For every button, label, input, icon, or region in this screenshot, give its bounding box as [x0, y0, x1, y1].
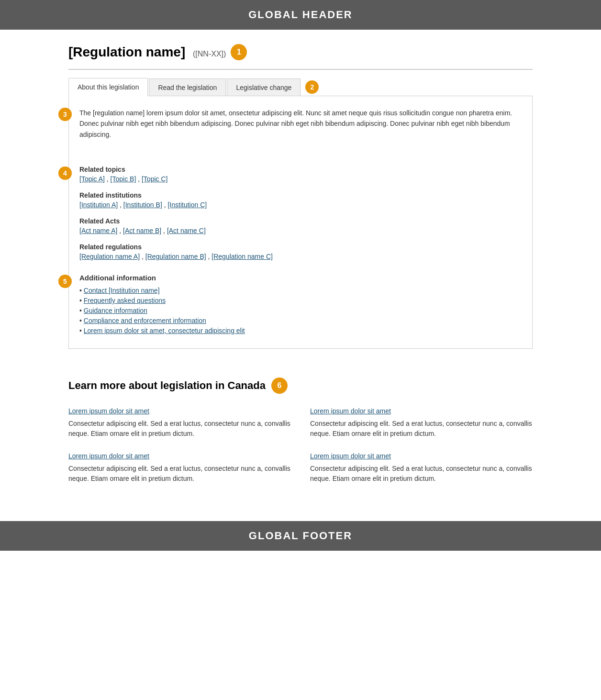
learn-more-link-3[interactable]: Lorem ipsum dolor sit amet — [310, 407, 533, 415]
additional-heading: Additional information — [79, 274, 519, 282]
guidance-link[interactable]: Guidance information — [84, 307, 147, 314]
related-regulations: Related regulations [Regulation name A] … — [79, 243, 519, 260]
badge-1: 1 — [231, 44, 247, 60]
badge-2: 2 — [305, 80, 319, 94]
regulation-b-link[interactable]: [Regulation name B] — [145, 253, 206, 260]
intro-section: 3 The [regulation name] lorem ipsum dolo… — [82, 108, 519, 153]
tab-read[interactable]: Read the legislation — [149, 78, 226, 96]
badge-6: 6 — [271, 378, 288, 394]
contact-link[interactable]: Contact [Institution name] — [84, 287, 160, 294]
tabs-row: About this legislation Read the legislat… — [68, 78, 533, 96]
act-b-link[interactable]: [Act name B] — [123, 227, 161, 234]
footer-arrow-down-icon — [290, 550, 311, 551]
lorem-link[interactable]: Lorem ipsum dolor sit amet, consectetur … — [84, 327, 245, 334]
learn-more-link-2[interactable]: Lorem ipsum dolor sit amet — [68, 452, 291, 460]
learn-more-section: Learn more about legislation in Canada 6… — [59, 368, 542, 521]
learn-more-header: Learn more about legislation in Canada 6 — [68, 378, 533, 394]
title-divider — [68, 69, 533, 70]
related-acts-links: [Act name A] , [Act name B] , [Act name … — [79, 227, 519, 234]
learn-more-item-2: Lorem ipsum dolor sit amet Consectetur a… — [68, 452, 291, 484]
tab-panel: 3 The [regulation name] lorem ipsum dolo… — [68, 96, 533, 349]
page-title-row: [Regulation name] ([NN-XX]) 1 — [68, 44, 533, 60]
additional-section: 5 Additional information Contact [Instit… — [82, 274, 519, 337]
global-footer: GLOBAL FOOTER — [0, 521, 601, 551]
learn-more-text-4: Consectetur adipiscing elit. Sed a erat … — [310, 464, 533, 484]
act-a-link[interactable]: [Act name A] — [79, 227, 117, 234]
header-arrow-up-icon — [290, 0, 311, 1]
related-institutions: Related institutions [Institution A] , [… — [79, 191, 519, 209]
institution-c-link[interactable]: [Institution C] — [167, 201, 207, 209]
global-header-label: GLOBAL HEADER — [248, 9, 353, 21]
additional-link-item-5: Lorem ipsum dolor sit amet, consectetur … — [79, 327, 519, 334]
related-topics-links: [Topic A] , [Topic B] , [Topic C] — [79, 175, 519, 183]
related-topics: Related topics [Topic A] , [Topic B] , [… — [79, 166, 519, 183]
intro-text: The [regulation name] lorem ipsum dolor … — [79, 108, 519, 140]
faq-link[interactable]: Frequently asked questions — [84, 297, 166, 304]
learn-more-heading: Learn more about legislation in Canada — [68, 379, 266, 392]
additional-info: Additional information Contact [Institut… — [79, 274, 519, 337]
regulation-c-link[interactable]: [Regulation name C] — [211, 253, 273, 260]
learn-more-text-2: Consectetur adipiscing elit. Sed a erat … — [68, 464, 291, 484]
tab-legislative[interactable]: Legislative change — [227, 78, 300, 96]
related-institutions-links: [Institution A] , [Institution B] , [Ins… — [79, 201, 519, 209]
related-institutions-heading: Related institutions — [79, 191, 519, 199]
related-section: 4 Related topics [Topic A] , [Topic B] ,… — [82, 166, 519, 269]
institution-b-link[interactable]: [Institution B] — [123, 201, 162, 209]
global-header: GLOBAL HEADER — [0, 0, 601, 30]
additional-link-item-2: Frequently asked questions — [79, 297, 519, 304]
learn-more-link-1[interactable]: Lorem ipsum dolor sit amet — [68, 407, 291, 415]
topic-c-link[interactable]: [Topic C] — [142, 175, 167, 183]
additional-link-item-1: Contact [Institution name] — [79, 287, 519, 294]
page-title: [Regulation name] ([NN-XX]) — [68, 44, 226, 60]
badge-4: 4 — [58, 167, 72, 180]
topic-b-link[interactable]: [Topic B] — [111, 175, 136, 183]
tab-about[interactable]: About this legislation — [68, 78, 148, 96]
learn-more-text-3: Consectetur adipiscing elit. Sed a erat … — [310, 419, 533, 439]
learn-more-grid: Lorem ipsum dolor sit amet Consectetur a… — [68, 407, 533, 497]
badge-3: 3 — [58, 108, 72, 121]
related-regulations-links: [Regulation name A] , [Regulation name B… — [79, 253, 519, 260]
act-c-link[interactable]: [Act name C] — [167, 227, 206, 234]
compliance-link[interactable]: Compliance and enforcement information — [84, 317, 206, 324]
topic-a-link[interactable]: [Topic A] — [79, 175, 105, 183]
learn-more-item-4: Lorem ipsum dolor sit amet Consectetur a… — [310, 452, 533, 484]
additional-links-list: Contact [Institution name] Frequently as… — [79, 287, 519, 334]
regulation-code: ([NN-XX]) — [193, 50, 226, 58]
institution-a-link[interactable]: [Institution A] — [79, 201, 118, 209]
learn-more-text-1: Consectetur adipiscing elit. Sed a erat … — [68, 419, 291, 439]
additional-link-item-3: Guidance information — [79, 307, 519, 314]
learn-more-item-3: Lorem ipsum dolor sit amet Consectetur a… — [310, 407, 533, 439]
regulation-a-link[interactable]: [Regulation name A] — [79, 253, 140, 260]
related-regulations-heading: Related regulations — [79, 243, 519, 251]
learn-more-link-4[interactable]: Lorem ipsum dolor sit amet — [310, 452, 533, 460]
related-topics-heading: Related topics — [79, 166, 519, 173]
related-acts-heading: Related Acts — [79, 217, 519, 225]
additional-link-item-4: Compliance and enforcement information — [79, 317, 519, 324]
related-acts: Related Acts [Act name A] , [Act name B]… — [79, 217, 519, 234]
badge-5: 5 — [58, 275, 72, 288]
global-footer-label: GLOBAL FOOTER — [249, 530, 352, 542]
regulation-name: [Regulation name] — [68, 44, 185, 59]
learn-more-item-1: Lorem ipsum dolor sit amet Consectetur a… — [68, 407, 291, 439]
